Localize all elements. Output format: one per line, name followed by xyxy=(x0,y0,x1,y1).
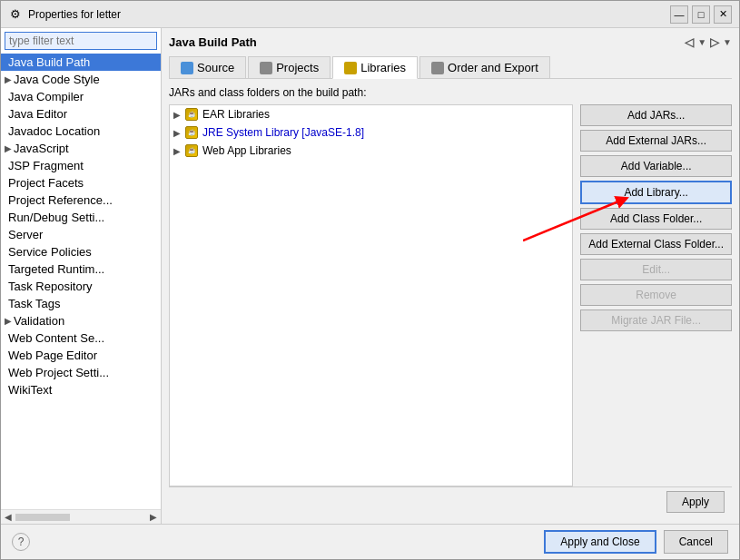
library-item[interactable]: ▶☕EAR Libraries xyxy=(170,105,572,123)
sidebar-item-label: Javadoc Location xyxy=(8,124,100,138)
sidebar-item-web-page-editor[interactable]: Web Page Editor xyxy=(1,347,161,364)
sidebar-scrollbar[interactable]: ◀ ▶ xyxy=(1,509,161,524)
sidebar-item-label: Project Facets xyxy=(8,176,84,190)
apply-and-close-button[interactable]: Apply and Close xyxy=(544,530,656,554)
tab-bar: SourceProjectsLibrariesOrder and Export xyxy=(169,56,732,79)
expand-arrow-icon: ▶ xyxy=(5,143,12,153)
action-buttons: Add JARs...Add External JARs...Add Varia… xyxy=(580,104,732,486)
sidebar-item-label: Java Build Path xyxy=(8,55,90,69)
action-btn-add-external-jars-[interactable]: Add External JARs... xyxy=(580,130,732,152)
cancel-button[interactable]: Cancel xyxy=(664,530,728,554)
window-controls: — □ ✕ xyxy=(670,5,732,24)
horizontal-scrollbar-thumb[interactable] xyxy=(15,514,70,521)
sidebar-item-java-build-path[interactable]: Java Build Path xyxy=(1,54,161,71)
tab-label: Order and Export xyxy=(448,61,538,74)
sidebar-item-javadoc-location[interactable]: Javadoc Location xyxy=(1,123,161,140)
expand-arrow-icon: ▶ xyxy=(5,74,12,84)
tab-order-and-export[interactable]: Order and Export xyxy=(419,56,550,78)
sidebar-item-label: Validation xyxy=(14,314,64,328)
sidebar-item-task-repository[interactable]: Task Repository xyxy=(1,278,161,295)
minimize-button[interactable]: — xyxy=(670,5,688,24)
sidebar-item-task-tags[interactable]: Task Tags xyxy=(1,295,161,312)
nav-back-icon[interactable]: ◁ xyxy=(685,35,694,49)
sidebar-item-validation[interactable]: ▶Validation xyxy=(1,312,161,329)
scroll-right-icon[interactable]: ▶ xyxy=(150,512,157,522)
window-title: Properties for letter xyxy=(28,8,670,21)
main-panel: Java Build Path ◁ ▼ ▷ ▼ SourceProjectsLi… xyxy=(162,28,739,524)
sidebar-item-java-compiler[interactable]: Java Compiler xyxy=(1,88,161,105)
lib-expand-icon: ▶ xyxy=(173,128,181,138)
sidebar: Java Build Path▶Java Code StyleJava Comp… xyxy=(1,28,162,524)
sidebar-item-label: Service Policies xyxy=(8,245,92,259)
scroll-left-icon[interactable]: ◀ xyxy=(5,512,12,522)
sidebar-item-label: Run/Debug Setti... xyxy=(8,211,104,224)
sidebar-item-label: Java Compiler xyxy=(8,90,84,103)
navigation-arrows: ◁ ▼ ▷ ▼ xyxy=(685,35,732,49)
library-item[interactable]: ▶☕JRE System Library [JavaSE-1.8] xyxy=(170,123,572,142)
sidebar-item-javascript[interactable]: ▶JavaScript xyxy=(1,140,161,157)
tab-icon xyxy=(181,61,193,74)
sidebar-item-web-content-se...[interactable]: Web Content Se... xyxy=(1,329,161,347)
lib-expand-icon: ▶ xyxy=(173,110,181,120)
titlebar: ⚙ Properties for letter — □ ✕ xyxy=(1,1,739,28)
tab-label: Projects xyxy=(276,61,319,74)
sidebar-item-java-editor[interactable]: Java Editor xyxy=(1,105,161,123)
sidebar-item-run/debug-setti...[interactable]: Run/Debug Setti... xyxy=(1,209,161,226)
sidebar-item-label: Task Tags xyxy=(8,297,61,310)
tab-icon xyxy=(344,61,357,74)
panel-area: ▶☕EAR Libraries▶☕JRE System Library [Jav… xyxy=(169,104,732,486)
action-btn-add-variable-[interactable]: Add Variable... xyxy=(580,155,732,177)
sidebar-item-java-code-style[interactable]: ▶Java Code Style xyxy=(1,71,161,88)
action-btn-edit-: Edit... xyxy=(580,259,732,280)
sidebar-list: Java Build Path▶Java Code StyleJava Comp… xyxy=(1,54,161,509)
sidebar-item-label: WikiText xyxy=(8,383,52,397)
sidebar-item-project-facets[interactable]: Project Facets xyxy=(1,174,161,192)
apply-button[interactable]: Apply xyxy=(666,491,725,513)
sidebar-item-label: Web Content Se... xyxy=(8,331,104,345)
help-icon[interactable]: ? xyxy=(12,533,30,551)
sidebar-item-label: Project Reference... xyxy=(8,193,113,207)
action-btn-add-library-[interactable]: Add Library... xyxy=(580,181,732,204)
tab-libraries[interactable]: Libraries xyxy=(332,56,418,79)
search-input[interactable] xyxy=(5,32,157,50)
action-btn-add-class-folder-[interactable]: Add Class Folder... xyxy=(580,208,732,230)
sidebar-item-label: Targeted Runtim... xyxy=(8,262,104,276)
tab-projects[interactable]: Projects xyxy=(248,56,331,78)
footer: ? Apply and Close Cancel xyxy=(1,524,739,559)
action-btn-add-jars-[interactable]: Add JARs... xyxy=(580,104,732,126)
library-jar-icon: ☕ xyxy=(184,125,199,140)
library-jar-icon: ☕ xyxy=(184,143,199,158)
maximize-button[interactable]: □ xyxy=(692,5,710,24)
action-btn-remove: Remove xyxy=(580,284,732,306)
sidebar-item-server[interactable]: Server xyxy=(1,226,161,243)
sidebar-item-label: JSP Fragment xyxy=(8,159,84,172)
library-list: ▶☕EAR Libraries▶☕JRE System Library [Jav… xyxy=(169,104,573,486)
tab-label: Source xyxy=(197,61,234,74)
sidebar-item-project-reference...[interactable]: Project Reference... xyxy=(1,192,161,209)
library-label: Web App Libraries xyxy=(202,144,291,157)
sidebar-item-targeted-runtim...[interactable]: Targeted Runtim... xyxy=(1,260,161,278)
sidebar-item-label: Task Repository xyxy=(8,280,92,293)
sidebar-item-label: Server xyxy=(8,228,43,241)
sidebar-item-web-project-setti...[interactable]: Web Project Setti... xyxy=(1,364,161,381)
nav-forward-icon[interactable]: ▷ xyxy=(710,35,719,49)
sidebar-item-wikitext[interactable]: WikiText xyxy=(1,381,161,398)
action-btn-migrate-jar-file-: Migrate JAR File... xyxy=(580,309,732,331)
tab-source[interactable]: Source xyxy=(169,56,246,78)
close-button[interactable]: ✕ xyxy=(714,5,732,24)
section-label: JARs and class folders on the build path… xyxy=(169,86,732,99)
library-label: JRE System Library [JavaSE-1.8] xyxy=(202,126,364,139)
sidebar-item-label: Java Code Style xyxy=(14,73,100,86)
sidebar-item-label: Java Editor xyxy=(8,107,67,121)
nav-dropdown-icon[interactable]: ▼ xyxy=(697,37,706,47)
tab-icon xyxy=(431,61,444,74)
lib-expand-icon: ▶ xyxy=(173,146,181,156)
library-item[interactable]: ▶☕Web App Libraries xyxy=(170,142,572,160)
sidebar-item-service-policies[interactable]: Service Policies xyxy=(1,243,161,260)
content-area: Java Build Path▶Java Code StyleJava Comp… xyxy=(1,28,739,524)
action-btn-add-external-class-folder-[interactable]: Add External Class Folder... xyxy=(580,233,732,255)
sidebar-item-jsp-fragment[interactable]: JSP Fragment xyxy=(1,157,161,174)
tab-icon xyxy=(260,61,272,74)
nav-forward-dropdown-icon[interactable]: ▼ xyxy=(723,37,732,47)
expand-arrow-icon: ▶ xyxy=(5,316,12,326)
